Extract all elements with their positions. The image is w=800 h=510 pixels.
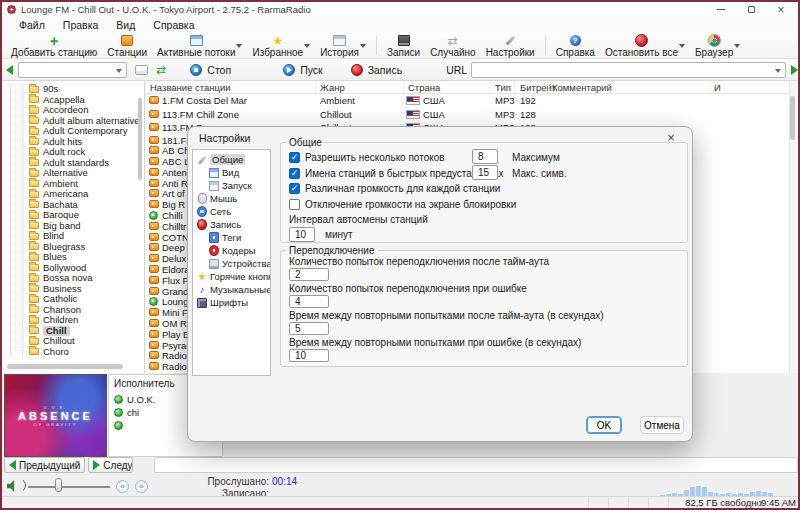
folder-icon [29, 222, 39, 229]
horizontal-scrollbar-thumb[interactable] [7, 364, 123, 369]
menu-item[interactable]: Файл [10, 19, 54, 31]
genre-item[interactable]: Bossa nova [2, 273, 135, 284]
column-header[interactable]: И [714, 82, 721, 93]
checkbox[interactable] [289, 168, 300, 179]
genre-item[interactable]: Big band [2, 221, 135, 232]
checkbox[interactable] [289, 152, 300, 163]
chevron-down-icon[interactable] [360, 44, 366, 48]
url-combobox[interactable] [471, 62, 786, 78]
genre-item[interactable]: Americana [2, 189, 135, 200]
settings-tree-item[interactable]: Мышь [193, 192, 270, 205]
stop-button[interactable]: Стоп [190, 64, 231, 76]
chevron-down-icon[interactable] [734, 44, 740, 48]
genre-item[interactable]: 90s [2, 84, 135, 95]
number-input[interactable]: 5 [289, 322, 329, 335]
genre-item[interactable]: Catholic [2, 294, 135, 305]
genre-item[interactable]: Adult rock [2, 147, 135, 158]
toolbar-button[interactable]: Справка [551, 33, 600, 58]
settings-tree-item[interactable]: Музыкальные файл [193, 283, 270, 296]
genre-item[interactable]: Alternative [2, 168, 135, 179]
start-button[interactable]: Пуск [283, 64, 323, 76]
genre-item[interactable]: Choro [2, 347, 135, 358]
toolbar-button[interactable]: История [315, 33, 364, 58]
number-input[interactable]: 8 [472, 149, 498, 164]
genre-item[interactable]: Chillout [2, 336, 135, 347]
settings-tree-item[interactable]: Горячие кнопки [193, 270, 270, 283]
toolbar-button[interactable]: Остановить все [600, 33, 683, 58]
cancel-button[interactable]: Отмена [640, 416, 684, 434]
chevron-down-icon[interactable] [304, 44, 310, 48]
toolbar-button[interactable] [545, 36, 546, 55]
station-name: Radio [162, 361, 187, 372]
toolbar-button[interactable]: Добавить станцию [6, 33, 102, 58]
settings-tree-item[interactable]: Общие [193, 153, 270, 166]
interval-input[interactable]: 10 [289, 227, 315, 242]
menu-item[interactable]: Справка [144, 19, 203, 31]
toolbar-button[interactable]: Активные потоки [152, 33, 240, 58]
maximize-button[interactable] [736, 2, 766, 17]
settings-tree-item[interactable]: Кодеры [193, 244, 270, 257]
settings-tree-item[interactable]: Запись [193, 218, 270, 231]
menu-item[interactable]: Правка [54, 19, 107, 31]
chevron-down-icon[interactable] [679, 44, 685, 48]
column-header[interactable]: Тип [495, 82, 511, 93]
radio-station-icon [149, 146, 159, 154]
genre-item[interactable]: Baroque [2, 210, 135, 221]
ok-button[interactable]: OK [586, 416, 622, 434]
genre-item[interactable]: Accordeon [2, 105, 135, 116]
seek-forward-button[interactable] [135, 480, 148, 493]
speaker-icon[interactable] [7, 480, 18, 492]
settings-tree-item[interactable]: Шрифты [193, 296, 270, 309]
volume-slider-thumb[interactable] [55, 478, 62, 492]
toolbar-button[interactable]: Станции [102, 33, 152, 58]
number-input[interactable]: 2 [289, 268, 329, 281]
go-play-icon[interactable] [791, 65, 798, 75]
genre-item[interactable]: Blind [2, 231, 135, 242]
checkbox[interactable] [289, 199, 300, 210]
next-button[interactable]: Следующий [88, 457, 133, 473]
minimize-button[interactable] [706, 2, 736, 17]
settings-tree-item[interactable]: Устройства запи [193, 257, 270, 270]
preset-combobox[interactable] [18, 62, 127, 78]
station-row[interactable]: 113.FM Chill Zone Chillout США MP3 128 [145, 108, 796, 122]
column-header[interactable]: Название станции [150, 82, 231, 93]
column-header[interactable]: Страна [408, 82, 440, 93]
column-header[interactable]: Комментарий [552, 82, 612, 93]
back-arrow-icon[interactable] [6, 65, 13, 75]
settings-tree-item[interactable]: Вид [193, 166, 270, 179]
volume-slider-track[interactable] [28, 486, 110, 488]
genre-item[interactable]: Adult Contemporary [2, 126, 135, 137]
toolbar-button[interactable] [376, 36, 377, 55]
close-button[interactable] [766, 2, 796, 17]
menu-item[interactable]: Вид [107, 19, 144, 31]
number-input[interactable]: 4 [289, 295, 329, 308]
settings-tree-item[interactable]: Сеть [193, 205, 270, 218]
vertical-scrollbar-thumb[interactable] [790, 96, 795, 140]
seek-back-button[interactable] [116, 480, 129, 493]
vertical-scrollbar[interactable] [789, 81, 796, 373]
settings-tree-item[interactable]: Запуск [193, 179, 270, 192]
genre-item[interactable]: Bluegrass [2, 242, 135, 253]
checkbox[interactable] [289, 183, 300, 194]
previous-button[interactable]: Предыдущий [4, 457, 85, 473]
toolbar-button[interactable]: Браузер [690, 33, 738, 58]
toolbar-button[interactable]: Настройки [481, 33, 540, 58]
toolbar-button[interactable]: Записи [382, 33, 425, 58]
chevron-down-icon[interactable] [236, 44, 242, 48]
genre-item[interactable]: Children [2, 315, 135, 326]
number-input[interactable]: 10 [289, 349, 329, 362]
column-header[interactable]: Битрейт [520, 82, 556, 93]
column-header[interactable]: Жанр [320, 82, 345, 93]
station-row[interactable]: 1.FM Costa Del Mar Ambient США MP3 192 [145, 94, 796, 108]
record-button[interactable]: Запись [351, 64, 402, 76]
refresh-icon[interactable]: ⇄ [156, 63, 166, 77]
station-name: Deep [162, 242, 185, 253]
toolbar-button[interactable]: Случайно [425, 33, 481, 58]
genre-item[interactable]: Blues [2, 252, 135, 263]
rename-icon[interactable] [135, 65, 148, 75]
toolbar-button[interactable]: Избранное [247, 33, 308, 58]
titlebar[interactable]: Lounge FM - Chill Out - U.O.K. - Tokyo A… [2, 2, 798, 17]
number-input[interactable]: 15 [472, 165, 498, 180]
vertical-scrollbar-thumb[interactable] [138, 98, 142, 180]
settings-tree-item[interactable]: Теги [193, 231, 270, 244]
